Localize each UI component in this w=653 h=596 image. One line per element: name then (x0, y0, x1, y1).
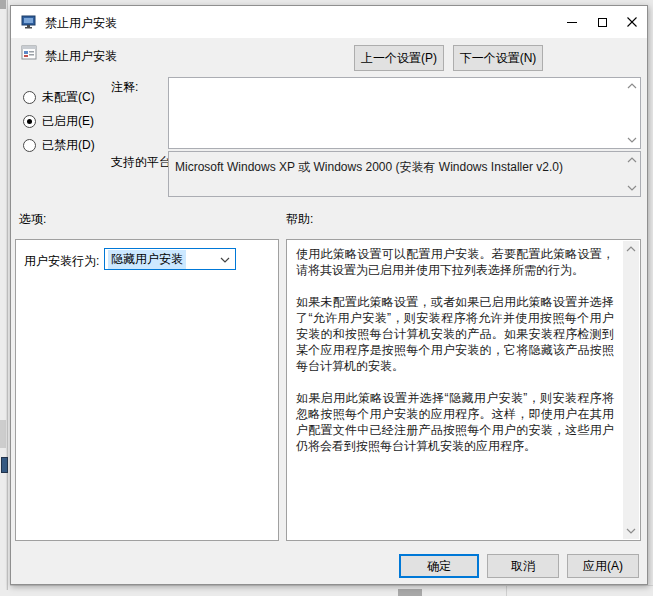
help-paragraph: 使用此策略设置可以配置用户安装。若要配置此策略设置，请将其设置为已启用并使用下拉… (296, 246, 614, 278)
screen: 禁止用户安装 禁止用户安装 上一个设置(P) 下一个设置(N) 未 (0, 0, 653, 596)
ok-button[interactable]: 确定 (399, 554, 479, 578)
user-install-behavior-label: 用户安装行为: (24, 253, 99, 270)
scroll-up-icon[interactable] (627, 157, 637, 163)
policy-setting-dialog: 禁止用户安装 禁止用户安装 上一个设置(P) 下一个设置(N) 未 (10, 5, 648, 585)
background-scrollbar-thumb (398, 589, 422, 596)
supported-on-box: Microsoft Windows XP 或 Windows 2000 (安装有… (168, 151, 641, 197)
scroll-down-icon[interactable] (626, 528, 636, 534)
background-window-left-fragment (0, 0, 10, 596)
maximize-icon (598, 18, 607, 27)
help-paragraph: 如果未配置此策略设置，或者如果已启用此策略设置并选择了“允许用户安装”，则安装程… (296, 294, 614, 374)
radio-label: 未配置(C) (42, 89, 95, 106)
apply-button[interactable]: 应用(A) (567, 554, 639, 578)
supported-on-label: 支持的平台: (111, 154, 174, 171)
scroll-down-icon[interactable] (627, 185, 637, 191)
group-policy-icon (21, 14, 37, 30)
titlebar[interactable]: 禁止用户安装 (11, 6, 647, 38)
help-scrollbar[interactable] (623, 241, 639, 539)
user-install-behavior-dropdown[interactable]: 隐藏用户安装 (104, 248, 236, 270)
radio-enabled[interactable]: 已启用(E) (23, 114, 94, 128)
maximize-button[interactable] (587, 6, 617, 38)
window-title: 禁止用户安装 (45, 15, 117, 32)
background-block-fragment (0, 420, 6, 448)
scroll-up-icon[interactable] (626, 246, 636, 252)
setting-name-label: 禁止用户安装 (45, 48, 117, 65)
scroll-up-icon[interactable] (627, 83, 637, 89)
radio-disabled[interactable]: 已禁用(D) (23, 138, 95, 152)
help-text: 使用此策略设置可以配置用户安装。若要配置此策略设置，请将其设置为已启用并使用下拉… (296, 246, 614, 470)
radio-icon[interactable] (23, 91, 36, 104)
radio-icon[interactable] (23, 115, 36, 128)
chevron-down-icon (220, 257, 230, 263)
options-panel: 用户安装行为: 隐藏用户安装 (15, 239, 279, 541)
radio-not-configured[interactable]: 未配置(C) (23, 90, 95, 104)
dropdown-selected-value: 隐藏用户安装 (108, 250, 186, 269)
supported-on-value: Microsoft Windows XP 或 Windows 2000 (安装有… (175, 159, 618, 176)
radio-icon[interactable] (23, 139, 36, 152)
help-paragraph: 如果启用此策略设置并选择“隐藏用户安装”，则安装程序将忽略按照每个用户安装的应用… (296, 390, 614, 454)
radio-label: 已禁用(D) (42, 137, 95, 154)
background-window-bottom-fragment (10, 585, 653, 596)
close-icon (627, 17, 637, 27)
radio-label: 已启用(E) (42, 113, 94, 130)
minimize-button[interactable] (557, 6, 587, 38)
close-button[interactable] (617, 6, 647, 38)
options-section-label: 选项: (19, 211, 46, 228)
scroll-down-icon[interactable] (627, 137, 637, 143)
comment-textarea[interactable] (168, 77, 641, 149)
background-item-icon (1, 457, 8, 473)
setting-icon (21, 45, 37, 61)
previous-setting-button[interactable]: 上一个设置(P) (354, 45, 444, 71)
cancel-button[interactable]: 取消 (487, 554, 559, 578)
help-panel: 使用此策略设置可以配置用户安装。若要配置此策略设置，请将其设置为已启用并使用下拉… (286, 239, 641, 541)
background-divider (506, 586, 507, 596)
background-scrollbar-fragment (6, 0, 8, 590)
comment-label: 注释: (111, 79, 138, 96)
next-setting-button[interactable]: 下一个设置(N) (453, 45, 543, 71)
minimize-icon (567, 22, 577, 23)
help-section-label: 帮助: (286, 211, 313, 228)
